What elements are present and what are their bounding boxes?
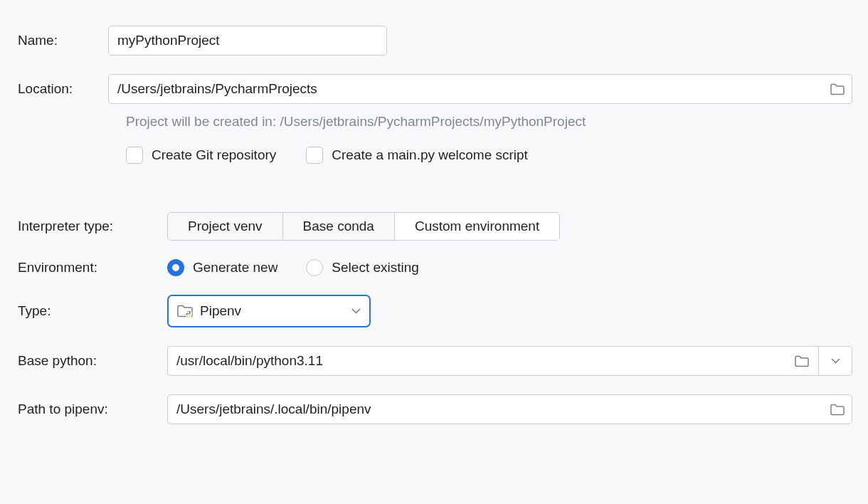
radio-generate-new-label: Generate new (193, 260, 277, 275)
name-label: Name: (18, 33, 108, 48)
location-hint: Project will be created in: /Users/jetbr… (126, 114, 852, 130)
path-to-pipenv-input[interactable] (167, 394, 852, 424)
browse-pipenv-button[interactable] (828, 400, 847, 419)
radio-select-existing-label: Select existing (332, 260, 419, 275)
path-to-pipenv-label: Path to pipenv: (18, 401, 167, 417)
radio-circle (167, 259, 184, 276)
name-input[interactable] (108, 26, 387, 56)
radio-select-existing[interactable]: Select existing (306, 259, 419, 276)
folder-icon (830, 83, 845, 95)
checkbox-box (306, 147, 323, 164)
browse-location-button[interactable] (828, 80, 847, 98)
radio-circle (306, 259, 323, 276)
location-label: Location: (18, 81, 108, 97)
interpreter-type-label: Interpreter type: (18, 219, 167, 234)
python-folder-icon (177, 305, 193, 318)
segment-base-conda[interactable]: Base conda (283, 213, 395, 240)
base-python-label: Base python: (18, 353, 167, 369)
location-input[interactable] (108, 74, 852, 104)
folder-icon (795, 355, 809, 367)
create-git-checkbox[interactable]: Create Git repository (126, 147, 276, 164)
type-dropdown[interactable]: Pipenv (167, 295, 371, 327)
checkbox-box (126, 147, 143, 164)
create-git-label: Create Git repository (152, 147, 276, 163)
type-label: Type: (18, 303, 167, 319)
base-python-input[interactable] (167, 346, 818, 376)
create-mainpy-label: Create a main.py welcome script (332, 147, 528, 163)
folder-icon (830, 404, 845, 416)
create-mainpy-checkbox[interactable]: Create a main.py welcome script (306, 147, 528, 164)
base-python-dropdown-button[interactable] (818, 346, 852, 376)
environment-label: Environment: (18, 260, 167, 275)
segment-custom-environment[interactable]: Custom environment (395, 213, 559, 240)
browse-base-python-button[interactable] (793, 352, 811, 370)
type-dropdown-value: Pipenv (200, 303, 241, 319)
segment-project-venv[interactable]: Project venv (168, 213, 283, 240)
radio-generate-new[interactable]: Generate new (167, 259, 277, 276)
chevron-down-icon (831, 358, 840, 364)
chevron-down-icon (351, 308, 361, 314)
interpreter-type-segmented: Project venv Base conda Custom environme… (167, 212, 560, 241)
